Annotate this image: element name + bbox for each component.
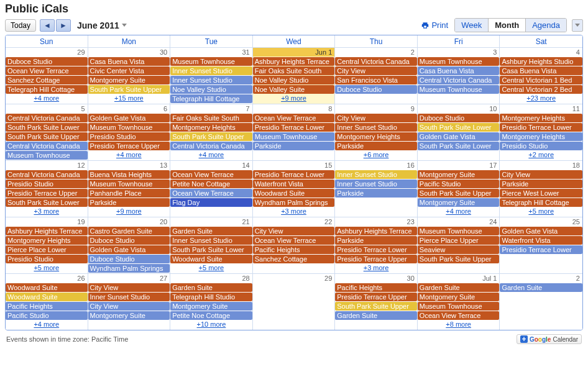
calendar-event[interactable]: Woodward Suite	[253, 189, 335, 198]
calendar-event[interactable]: Inner Sunset Studio	[335, 180, 417, 188]
calendar-event[interactable]: Presidio Terrace Lower	[253, 170, 335, 179]
calendar-event[interactable]: Fair Oaks Suite South	[253, 66, 335, 75]
more-events-link[interactable]: +8 more	[418, 320, 500, 329]
calendar-event[interactable]: Montgomery Suite	[418, 293, 500, 301]
calendar-event[interactable]: Golden Gate Vista	[418, 132, 500, 141]
more-events-link[interactable]: +4 more	[170, 150, 252, 159]
calendar-event[interactable]: Presidio Terrace Upper	[335, 293, 417, 301]
more-events-link[interactable]: +10 more	[170, 320, 252, 329]
calendar-event[interactable]: Inner Sunset Studio	[335, 170, 417, 179]
more-events-link[interactable]: +15 more	[88, 94, 170, 102]
calendar-event[interactable]: Golden Gate Vista	[500, 227, 582, 235]
calendar-event[interactable]: Presidio Terrace Lower	[500, 123, 582, 132]
calendar-event[interactable]: Casa Buena Vista	[500, 66, 582, 75]
day-cell[interactable]: 14Ocean View TerracePetite Noe CottageOc…	[170, 161, 253, 217]
calendar-event[interactable]: Montgomery Heights	[170, 123, 252, 132]
calendar-event[interactable]: Panhandle Place	[88, 189, 170, 198]
calendar-event[interactable]: Central Victoria Canada	[418, 76, 500, 84]
tab-week[interactable]: Week	[455, 19, 489, 32]
calendar-event[interactable]: Petite Noe Cottage	[170, 180, 252, 188]
calendar-event[interactable]: South Park Suite Upper	[170, 132, 252, 141]
calendar-event[interactable]: Casa Buena Vista	[88, 57, 170, 66]
more-events-link[interactable]: +6 more	[335, 150, 417, 159]
calendar-event[interactable]: Presidio Terrace Upper	[335, 255, 417, 263]
calendar-event[interactable]: South Park Suite Upper	[418, 189, 500, 198]
day-cell[interactable]: 15Presidio Terrace LowerWaterfront Vista…	[253, 161, 336, 217]
calendar-event[interactable]: Central Victoria Canada	[6, 142, 88, 150]
day-cell[interactable]: 24Museum TownhousePierce Place UpperSeav…	[418, 217, 500, 273]
calendar-event[interactable]: South Park Suite Upper	[6, 132, 88, 141]
calendar-event[interactable]: Central Victoria Canada	[6, 170, 88, 179]
calendar-event[interactable]: Duboce Studio	[335, 85, 417, 94]
more-events-link[interactable]: +9 more	[253, 94, 335, 102]
calendar-event[interactable]: Garden Suite	[418, 283, 500, 292]
calendar-event[interactable]: Wyndham Palm Springs	[253, 198, 335, 207]
calendar-event[interactable]: South Park Suite Upper	[335, 302, 417, 311]
more-events-link[interactable]: +5 more	[500, 207, 582, 216]
calendar-event[interactable]: Montgomery Suite	[418, 198, 500, 207]
calendar-event[interactable]: Museum Townhouse	[418, 302, 500, 311]
calendar-event[interactable]: Pacific Heights	[335, 283, 417, 292]
calendar-event[interactable]: Museum Townhouse	[253, 132, 335, 141]
day-cell[interactable]: 5Central Victoria CanadaSouth Park Suite…	[6, 104, 88, 160]
calendar-event[interactable]: Pacific Studio	[6, 311, 88, 320]
calendar-event[interactable]: City View	[253, 227, 335, 235]
calendar-event[interactable]: Ocean View Terrace	[6, 66, 88, 75]
calendar-event[interactable]: Sanchez Cottage	[6, 76, 88, 84]
current-period-dropdown[interactable]: June 2011	[77, 20, 127, 30]
calendar-event[interactable]: Parkside	[500, 180, 582, 188]
calendar-event[interactable]: Pierce Place Lower	[6, 245, 88, 254]
calendar-event[interactable]: Ashbury Heights Terrace	[253, 57, 335, 66]
calendar-event[interactable]: Montgomery Suite	[88, 76, 170, 84]
day-cell[interactable]: 12Central Victoria CanadaPresidio Studio…	[6, 161, 88, 217]
calendar-event[interactable]: Sanchez Cottage	[253, 255, 335, 263]
day-cell[interactable]: 18City ViewParksidePierce West LowerTele…	[500, 161, 582, 217]
calendar-event[interactable]: Petite Noe Cottage	[170, 311, 252, 320]
calendar-event[interactable]: Duboce Studio	[88, 255, 170, 263]
day-cell[interactable]: 22City ViewOcean View TerracePacific Hei…	[253, 217, 336, 273]
calendar-event[interactable]: Casa Buena Vista	[418, 66, 500, 75]
day-cell[interactable]: 4Ashbury Heights StudioCasa Buena VistaC…	[500, 48, 582, 104]
day-cell[interactable]: 10Duboce StudioSouth Park Suite LowerGol…	[418, 104, 500, 160]
calendar-event[interactable]: Seaview	[418, 245, 500, 254]
calendar-event[interactable]: City View	[88, 283, 170, 292]
tab-month[interactable]: Month	[489, 19, 526, 32]
calendar-event[interactable]: Central Victoria Canada	[6, 114, 88, 122]
day-cell[interactable]: 2Garden Suite	[500, 274, 582, 330]
calendar-event[interactable]: Garden Suite	[170, 227, 252, 235]
calendar-event[interactable]: Museum Townhouse	[418, 85, 500, 94]
calendar-event[interactable]: Pacific Heights	[253, 245, 335, 254]
calendar-event[interactable]: Parkside	[88, 198, 170, 207]
calendar-event[interactable]: Presidio Terrace Lower	[500, 245, 582, 254]
calendar-event[interactable]: City View	[88, 302, 170, 311]
calendar-event[interactable]: Pacific Studio	[418, 180, 500, 188]
calendar-event[interactable]: Parkside	[335, 142, 417, 150]
day-cell[interactable]: Jul 1Garden SuiteMontgomery SuiteMuseum …	[418, 274, 500, 330]
calendar-event[interactable]: City View	[500, 170, 582, 179]
day-cell[interactable]: 19Ashbury Heights TerraceMontgomery Heig…	[6, 217, 88, 273]
print-button[interactable]: Print	[421, 20, 448, 30]
day-cell[interactable]: 3Museum TownhouseCasa Buena VistaCentral…	[418, 48, 500, 104]
calendar-event[interactable]: Central Victoria Canada	[335, 57, 417, 66]
calendar-event[interactable]: Ocean View Terrace	[170, 170, 252, 179]
more-events-link[interactable]: +3 more	[253, 207, 335, 216]
day-cell[interactable]: 27City ViewInner Sunset StudioCity ViewM…	[88, 274, 171, 330]
next-button[interactable]: ►	[56, 19, 71, 32]
day-cell[interactable]: 28Garden SuiteTelegraph Hill StudioMontg…	[170, 274, 253, 330]
calendar-event[interactable]: Parkside	[253, 142, 335, 150]
calendar-event[interactable]: Museum Townhouse	[170, 57, 252, 66]
calendar-event[interactable]: Ocean View Terrace	[253, 236, 335, 245]
day-cell[interactable]: Jun 1Ashbury Heights TerraceFair Oaks Su…	[253, 48, 336, 104]
calendar-event[interactable]: Ocean View Terrace	[170, 189, 252, 198]
calendar-event[interactable]: Museum Townhouse	[418, 227, 500, 235]
day-cell[interactable]: 29	[253, 274, 336, 330]
calendar-event[interactable]: Montgomery Suite	[88, 311, 170, 320]
calendar-event[interactable]: Inner Sunset Studio	[88, 293, 170, 301]
day-cell[interactable]: 23Ashbury Heights TerraceParksidePresidi…	[335, 217, 418, 273]
more-events-link[interactable]: +4 more	[6, 320, 88, 329]
calendar-event[interactable]: Ashbury Heights Terrace	[6, 227, 88, 235]
calendar-event[interactable]: Museum Townhouse	[418, 57, 500, 66]
calendar-event[interactable]: Parkside	[335, 189, 417, 198]
calendar-event[interactable]: Ashbury Heights Terrace	[335, 227, 417, 235]
more-events-link[interactable]: +3 more	[6, 207, 88, 216]
